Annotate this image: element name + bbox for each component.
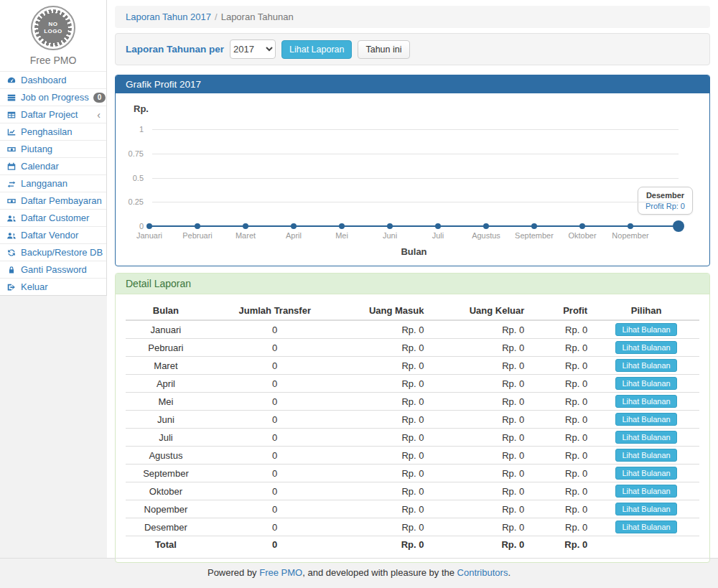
breadcrumb-current: Laporan Tahunan <box>221 11 294 22</box>
cell-pilihan: Lihat Bulanan <box>593 339 699 357</box>
cell-jumlah-transfer: 0 <box>206 465 344 482</box>
cell-pilihan: Lihat Bulanan <box>593 447 699 465</box>
table-header-row: BulanJumlah TransferUang MasukUang Kelua… <box>126 302 699 320</box>
sidebar-item-dashboard[interactable]: Dashboard <box>0 71 106 88</box>
sidebar-item-keluar[interactable]: Keluar <box>0 278 106 295</box>
data-point-maret[interactable] <box>243 223 248 229</box>
data-point-januari[interactable] <box>146 223 152 229</box>
data-point-oktober[interactable] <box>579 223 585 229</box>
data-point-desember[interactable] <box>673 220 684 232</box>
cell-uang-masuk: Rp. 0 <box>344 393 430 411</box>
x-axis-tick-label: Pebruari <box>182 231 213 240</box>
chart-tooltip: Desember Profit Rp: 0 <box>638 187 693 215</box>
lihat-bulanan-button[interactable]: Lihat Bulanan <box>615 395 676 408</box>
sidebar-item-daftar-vendor[interactable]: Daftar Vendor <box>0 226 106 243</box>
table-row-nopember: Nopember0Rp. 0Rp. 0Rp. 0Lihat Bulanan <box>126 500 699 518</box>
cell-bulan: Mei <box>126 393 206 411</box>
year-select[interactable]: 2017 <box>230 39 276 59</box>
total-cell-profit: Rp. 0 <box>530 536 593 554</box>
cell-bulan: Nopember <box>126 500 206 518</box>
data-point-september[interactable] <box>531 223 537 229</box>
brand-name: Free PMO <box>0 53 106 66</box>
main-content: Laporan Tahun 2017/Laporan Tahunan Lapor… <box>107 0 718 558</box>
x-axis-tick-label: Maret <box>236 231 256 240</box>
lihat-laporan-button[interactable]: Lihat Laporan <box>281 40 352 59</box>
sidebar-item-job-on-progress[interactable]: Job on Progress0 <box>0 88 106 106</box>
lihat-bulanan-button[interactable]: Lihat Bulanan <box>615 431 676 444</box>
cell-pilihan: Lihat Bulanan <box>593 429 699 447</box>
sidebar-item-daftar-project[interactable]: Daftar Project‹ <box>0 106 106 123</box>
table-row-mei: Mei0Rp. 0Rp. 0Rp. 0Lihat Bulanan <box>126 393 699 411</box>
data-point-april[interactable] <box>291 223 297 229</box>
cell-profit: Rp. 0 <box>530 447 593 465</box>
lihat-bulanan-button[interactable]: Lihat Bulanan <box>615 413 676 426</box>
sidebar-item-daftar-customer[interactable]: Daftar Customer <box>0 209 106 226</box>
page-footer: Powered by Free PMO, and developed with … <box>0 558 718 588</box>
cell-uang-keluar: Rp. 0 <box>429 411 530 429</box>
lihat-bulanan-button[interactable]: Lihat Bulanan <box>615 503 676 515</box>
breadcrumb: Laporan Tahun 2017/Laporan Tahunan <box>115 6 710 28</box>
cell-profit: Rp. 0 <box>530 482 593 500</box>
cell-uang-keluar: Rp. 0 <box>429 482 530 500</box>
y-axis-tick-label: 0.75 <box>129 149 144 158</box>
tahun-ini-button[interactable]: Tahun ini <box>358 40 409 59</box>
data-point-pebruari[interactable] <box>195 223 200 229</box>
users-icon <box>6 230 17 241</box>
cell-uang-keluar: Rp. 0 <box>429 447 530 465</box>
cell-jumlah-transfer: 0 <box>206 320 344 339</box>
data-point-juni[interactable] <box>387 223 393 229</box>
data-point-mei[interactable] <box>339 223 345 229</box>
free-pmo-link[interactable]: Free PMO <box>259 567 302 578</box>
sidebar-item-calendar[interactable]: Calendar <box>0 157 106 174</box>
sidebar-item-piutang[interactable]: Piutang <box>0 140 106 157</box>
sidebar-item-backup-restore-db[interactable]: Backup/Restore DB <box>0 243 106 261</box>
lihat-bulanan-button[interactable]: Lihat Bulanan <box>615 467 676 480</box>
sidebar-item-label: Backup/Restore DB <box>21 246 103 258</box>
breadcrumb-link-laporan-tahun[interactable]: Laporan Tahun 2017 <box>126 11 211 22</box>
cell-uang-keluar: Rp. 0 <box>429 518 530 536</box>
sidebar-item-label: Keluar <box>21 281 48 293</box>
x-axis-tick-label: April <box>286 231 302 240</box>
table-total-row: Total0Rp. 0Rp. 0Rp. 0 <box>126 536 699 554</box>
logo-text-line2: LOGO <box>44 28 62 35</box>
sidebar-item-label: Calendar <box>21 160 59 172</box>
cell-bulan: Pebruari <box>126 339 206 357</box>
data-point-juli[interactable] <box>435 223 441 229</box>
lihat-bulanan-button[interactable]: Lihat Bulanan <box>615 359 676 372</box>
chart-plot-area: Desember Profit Rp: 0 Bulan 10.750.50.25… <box>149 129 679 226</box>
sidebar-item-daftar-pembayaran[interactable]: Daftar Pembayaran <box>0 192 106 209</box>
profit-line-chart: Rp. Desember Profit Rp: 0 Bulan 10.750.5… <box>126 101 699 256</box>
cell-pilihan: Lihat Bulanan <box>593 465 699 482</box>
table-icon <box>6 110 17 120</box>
column-header-uang-masuk: Uang Masuk <box>344 302 430 320</box>
sidebar-item-ganti-password[interactable]: Ganti Password <box>0 261 106 278</box>
cell-profit: Rp. 0 <box>530 393 593 411</box>
cell-uang-masuk: Rp. 0 <box>344 447 430 465</box>
cell-profit: Rp. 0 <box>530 518 593 536</box>
lihat-bulanan-button[interactable]: Lihat Bulanan <box>615 521 676 533</box>
calendar-icon <box>6 162 17 172</box>
y-axis-tick-label: 0.25 <box>129 197 144 206</box>
line-chart-icon <box>6 127 17 137</box>
lihat-bulanan-button[interactable]: Lihat Bulanan <box>615 341 676 354</box>
data-point-agustus[interactable] <box>483 223 489 229</box>
lihat-bulanan-button[interactable]: Lihat Bulanan <box>615 485 676 498</box>
chart-gridline <box>152 178 679 179</box>
x-axis-tick-label: Nopember <box>612 231 648 240</box>
logo-block: NO LOGO Free PMO <box>0 0 106 71</box>
total-cell-bulan: Total <box>126 536 206 554</box>
sidebar-item-penghasilan[interactable]: Penghasilan <box>0 123 106 140</box>
cell-jumlah-transfer: 0 <box>206 393 344 411</box>
chart-y-axis-label: Rp. <box>134 103 149 114</box>
tooltip-value: Profit Rp: 0 <box>645 202 685 210</box>
cell-jumlah-transfer: 0 <box>206 518 344 536</box>
lihat-bulanan-button[interactable]: Lihat Bulanan <box>615 323 676 336</box>
cell-jumlah-transfer: 0 <box>206 482 344 500</box>
data-point-nopember[interactable] <box>628 223 633 229</box>
sidebar-item-langganan[interactable]: Langganan <box>0 174 106 192</box>
lihat-bulanan-button[interactable]: Lihat Bulanan <box>615 377 676 390</box>
x-axis-tick-label: Juni <box>383 231 397 240</box>
contributors-link[interactable]: Contributors <box>457 567 508 578</box>
lihat-bulanan-button[interactable]: Lihat Bulanan <box>615 449 676 462</box>
cell-jumlah-transfer: 0 <box>206 375 344 393</box>
